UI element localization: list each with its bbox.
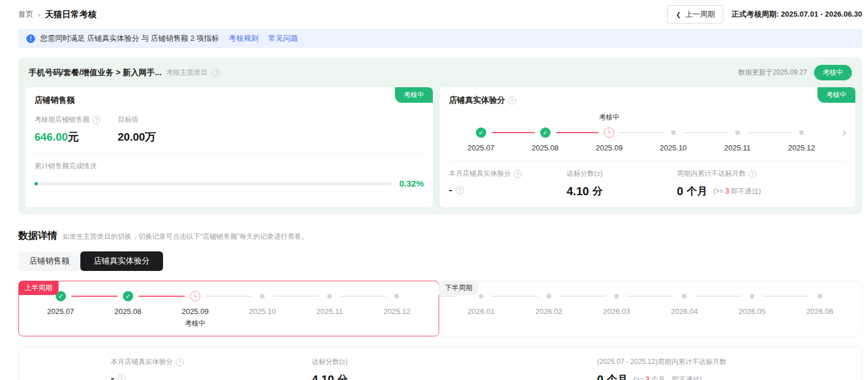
faq-link[interactable]: 常见问题 [268,33,298,44]
timeline-month-label: 2026.02 [536,307,563,316]
timeline-month-label: 2026.04 [671,307,698,316]
progress-percent: 0.32% [399,179,424,188]
timeline-month-label: 2025.08 [532,144,559,152]
sales-current-unit: 元 [68,131,79,143]
overview-header-left: 手机号码/套餐/增值业务 > 新入网手... 考核主营类目 [29,68,220,78]
help-icon[interactable] [456,186,464,194]
help-icon[interactable] [508,96,516,104]
help-icon[interactable] [514,170,522,178]
sales-card: 考核中 店铺销售额 考核期店铺销售额 646.00元 目标值 [25,87,433,207]
threshold-value: 4.10 [567,185,589,198]
monthly-score-stat: 本月店铺真实体验分 - [449,169,567,198]
timeline-month-label: 2025.12 [383,307,410,316]
experience-card: 考核中 店铺真实体验分 ✓2025.07✓2025.082025.09考核中20… [440,87,855,207]
timeline-node-2025.11: 2025.11 [706,127,770,152]
assessment-status-badge: 考核中 [814,65,852,80]
details-subtitle: 如发生主营类目的切换，切换记录可点击以下“店铺销售额”每天的记录进行查看。 [63,232,308,242]
pending-dot-icon [260,294,265,298]
timeline-node-2026.04: 2026.04 [650,291,718,316]
timeline-node-2025.07: ✓2025.07 [27,291,94,328]
timeline-node-2026.05: 2026.05 [718,291,786,316]
page-title: 天猫日常考核 [45,9,96,20]
prev-cycle-label: 上一周期 [685,9,715,20]
timeline-node-2025.12: 2025.12 [363,291,431,328]
threshold-unit: 分 [592,184,603,198]
divider [34,153,424,154]
assessment-rules-link[interactable]: 考核规则 [228,33,258,44]
monthly-score-value: - [449,184,452,196]
experience-status-badge: 考核中 [817,87,855,103]
timeline-node-2025.08: ✓2025.08 [94,291,161,328]
experience-title-row: 店铺真实体验分 [449,95,846,106]
banner-message: 您需同时满足 店铺真实体验分 与 店铺销售额 2 项指标 [40,33,219,44]
chevron-right-icon[interactable]: › [834,127,846,138]
timeline-node-2026.02: 2026.02 [515,291,583,316]
current-status-label: 考核中 [599,113,619,122]
experience-timeline: ✓2025.07✓2025.082025.09考核中2025.102025.11… [449,127,846,152]
details-summary-card: 本月店铺真实体验分 - 达标分数(≥) 4.10分 (2025.07 - 202… [18,347,862,380]
fail-months-note: (>= 3 即不通过) [713,187,761,196]
timeline-month-label: 2026.03 [603,307,630,316]
official-cycle-info: 正式考核周期: 2025.07.01 - 2026.06.30 [731,9,862,20]
summary-threshold-label: 达标分数(≥) [312,357,348,367]
timeline-node-2025.11: 2025.11 [296,291,363,328]
pending-dot-icon [671,130,676,135]
threshold-label: 达标分数(≥) [567,169,603,179]
sales-target-label: 目标值 [118,115,138,125]
tab-sales[interactable]: 店铺销售额 [18,251,80,271]
timeline-month-label: 2026.06 [807,307,834,316]
first-half-cycle: 上半周期 ✓2025.07✓2025.082025.09考核中2025.1020… [18,281,439,336]
summary-threshold: 达标分数(≥) 4.10分 [312,357,597,380]
timeline-node-2025.12: 2025.12 [769,127,834,152]
progress-bar-fill [34,182,38,185]
first-half-badge: 上半周期 [18,281,59,295]
details-header: 数据详情 如发生主营类目的切换，切换记录可点击以下“店铺销售额”每天的记录进行查… [18,229,862,242]
timeline-month-label: 2025.09 [596,144,623,152]
breadcrumb-home[interactable]: 首页 [18,9,33,20]
breadcrumb: 首页 › 天猫日常考核 [18,9,96,20]
overview-subcards: 考核中 店铺销售额 考核期店铺销售额 646.00元 目标值 [25,87,855,207]
summary-fail-value: 0 [597,373,603,380]
monthly-score-label: 本月店铺真实体验分 [449,169,511,179]
help-icon[interactable] [212,69,220,77]
topbar-right: ❮ 上一周期 正式考核周期: 2025.07.01 - 2026.06.30 [667,5,862,24]
help-icon[interactable] [176,358,184,366]
timeline-month-label: 2025.08 [114,307,141,316]
timeline-month-label: 2025.11 [724,144,751,152]
progress-label: 累计销售额完成情况 [34,161,424,171]
progress-bar-track [34,182,392,185]
progress-row: 0.32% [34,179,424,188]
pending-dot-icon [682,294,687,298]
summary-threshold-value: 4.10 [312,373,334,380]
second-half-cycle: 下半周期 2026.012026.022026.032026.042026.05… [439,281,862,336]
experience-timeline-row: ✓2025.07✓2025.082025.09考核中2025.102025.11… [449,127,834,152]
breadcrumb-separator-icon: › [38,10,40,19]
prev-cycle-button[interactable]: ❮ 上一周期 [667,5,723,24]
experience-card-title: 店铺真实体验分 [449,95,505,106]
check-icon: ✓ [123,291,133,301]
pending-dot-icon [817,294,822,298]
overview-header: 手机号码/套餐/增值业务 > 新入网手... 考核主营类目 数据更新于2025.… [25,65,855,87]
timeline-node-2026.06: 2026.06 [786,291,854,316]
second-half-badge: 下半周期 [439,281,479,295]
tmall-daily-assessment-page: 首页 › 天猫日常考核 ❮ 上一周期 正式考核周期: 2025.07.01 - … [0,0,868,380]
sales-card-title: 店铺销售额 [34,95,424,106]
help-icon[interactable] [92,116,100,124]
chevron-left-icon: ❮ [676,11,681,18]
current-status-label: 考核中 [185,319,206,328]
tab-experience[interactable]: 店铺真实体验分 [80,251,163,271]
help-icon[interactable] [118,374,126,380]
clock-icon [190,291,200,301]
timeline-node-2025.10: 2025.10 [229,291,296,328]
timeline-node-2025.08: ✓2025.08 [513,127,578,152]
assessment-overview-card: 手机号码/套餐/增值业务 > 新入网手... 考核主营类目 数据更新于2025.… [18,57,862,214]
sales-current-metric: 考核期店铺销售额 646.00元 [34,115,100,145]
sales-metrics: 考核期店铺销售额 646.00元 目标值 20.00万 [34,115,424,145]
timeline-month-label: 2025.12 [788,144,815,152]
help-icon[interactable] [749,170,757,178]
pending-dot-icon [327,294,332,298]
timeline-month-label: 2025.11 [316,307,343,316]
divider [449,161,846,161]
check-icon: ✓ [476,127,486,138]
summary-fail-label: (2025.07 - 2025.12)周期内累计不达标月数 [597,357,726,367]
